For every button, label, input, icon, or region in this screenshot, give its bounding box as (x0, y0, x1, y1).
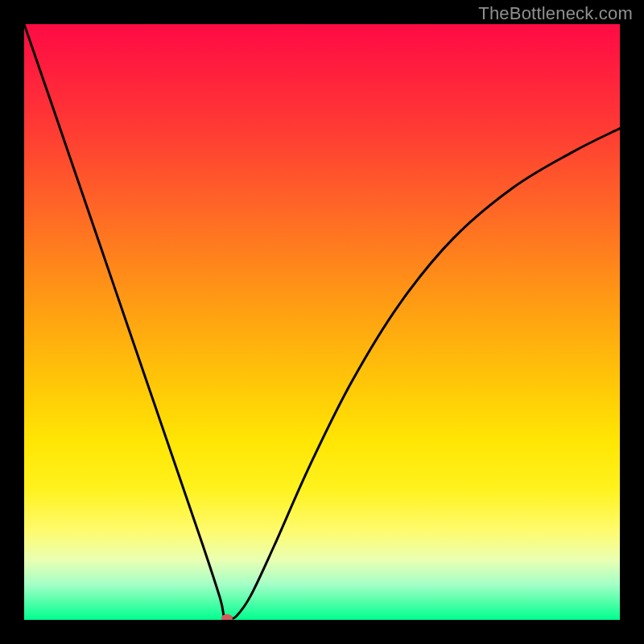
chart-frame: TheBottleneck.com (0, 0, 644, 644)
curve-svg (24, 24, 620, 620)
watermark-text: TheBottleneck.com (478, 3, 633, 24)
bottleneck-curve (24, 24, 620, 618)
plot-area (24, 24, 620, 620)
optimal-point-marker (221, 614, 233, 620)
